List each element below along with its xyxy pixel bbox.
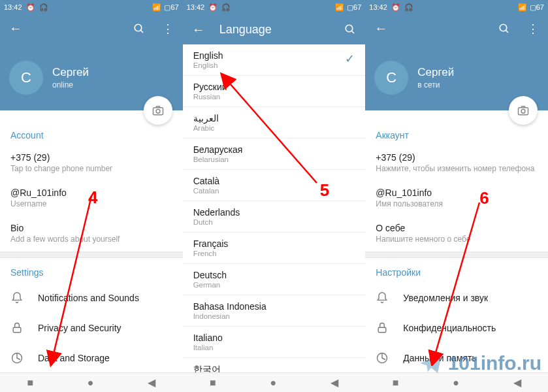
- signal-icon: 📶: [518, 3, 527, 12]
- content: Аккаунт +375 (29) Нажмите, чтобы изменит…: [365, 110, 548, 372]
- back-arrow-icon[interactable]: ←: [9, 21, 22, 36]
- status-time: 13:42: [4, 3, 22, 11]
- language-subtitle: Belarusian: [193, 155, 243, 163]
- language-row[interactable]: Bahasa IndonesiaIndonesian: [183, 295, 366, 327]
- language-name: Français: [193, 238, 229, 249]
- language-row[interactable]: CatalàCatalan: [183, 170, 366, 201]
- panel-settings-ru: 13:42 ⏰ 🎧 📶 ▢67 ← ⋮ С Сергей в сети: [365, 0, 548, 392]
- language-subtitle: Arabic: [193, 124, 219, 132]
- language-row[interactable]: NederlandsDutch: [183, 201, 366, 233]
- language-subtitle: Indonesian: [193, 312, 266, 320]
- bio-row[interactable]: Bio Add a few words about yourself: [0, 216, 183, 252]
- header-title: Language: [219, 23, 330, 37]
- check-icon: ✓: [345, 52, 355, 66]
- nav-home-icon[interactable]: ●: [88, 377, 94, 389]
- nav-back-icon[interactable]: ◀: [148, 376, 155, 389]
- camera-button[interactable]: [144, 96, 172, 125]
- signal-icon: 📶: [152, 3, 161, 12]
- status-time: 13:42: [369, 3, 387, 11]
- language-row[interactable]: FrançaisFrench: [183, 233, 366, 264]
- language-row[interactable]: БеларускаяBelarusian: [183, 139, 366, 170]
- language-subtitle: French: [193, 250, 229, 257]
- nav-recent-icon[interactable]: ■: [27, 377, 33, 389]
- language-subtitle: Russian: [193, 93, 227, 101]
- nav-back-icon[interactable]: ◀: [513, 376, 521, 389]
- back-arrow-icon[interactable]: ←: [192, 22, 205, 37]
- section-settings-label: Settings: [0, 258, 183, 283]
- camera-button[interactable]: [509, 96, 538, 125]
- telegram-icon: [418, 350, 444, 376]
- search-icon[interactable]: [498, 23, 510, 35]
- language-row[interactable]: ItalianoItalian: [183, 327, 366, 358]
- alarm-icon: ⏰: [208, 3, 218, 12]
- headphones-icon: 🎧: [39, 3, 48, 12]
- profile-name: Сергей: [52, 66, 89, 79]
- language-name: Bahasa Indonesia: [193, 301, 266, 312]
- lock-icon: [376, 321, 389, 335]
- battery-icon: ▢67: [530, 3, 544, 12]
- status-bar: 13:42 ⏰ 🎧 📶 ▢67: [365, 0, 548, 14]
- section-settings-label: Настройки: [365, 258, 548, 283]
- language-row[interactable]: РусскийRussian: [183, 76, 366, 107]
- bell-icon: [10, 291, 24, 304]
- setting-label: Уведомления и звук: [403, 293, 488, 303]
- more-icon[interactable]: ⋮: [527, 22, 539, 36]
- phone-row[interactable]: +375 (29) Нажмите, чтобы изменить номер …: [365, 146, 548, 181]
- nav-recent-icon[interactable]: ■: [210, 377, 216, 389]
- svg-rect-4: [13, 327, 21, 333]
- setting-row-data[interactable]: Data and Storage: [0, 343, 183, 372]
- setting-row-lock[interactable]: Privacy and Security: [0, 313, 183, 343]
- language-list: EnglishEnglish✓РусскийRussianالعربيةArab…: [183, 44, 366, 372]
- svg-point-15: [500, 24, 507, 31]
- search-icon[interactable]: [344, 24, 356, 35]
- setting-row-lock[interactable]: Конфиденциальность: [365, 313, 548, 343]
- bio-row[interactable]: О себе Напишите немного о себе: [365, 216, 548, 252]
- setting-row-bell[interactable]: Уведомления и звук: [365, 283, 548, 313]
- setting-label: Data and Storage: [38, 353, 110, 363]
- content: Account +375 (29) Tap to change phone nu…: [0, 110, 183, 372]
- language-row[interactable]: DeutschGerman: [183, 264, 366, 295]
- language-name: 한국어: [193, 364, 221, 372]
- nav-home-icon[interactable]: ●: [270, 377, 276, 389]
- svg-point-0: [135, 24, 142, 31]
- search-icon[interactable]: [133, 23, 145, 35]
- bell-icon: [376, 291, 389, 304]
- avatar[interactable]: С: [9, 61, 43, 95]
- svg-line-12: [352, 31, 355, 33]
- language-subtitle: Dutch: [193, 218, 240, 226]
- svg-point-18: [521, 109, 525, 113]
- language-row[interactable]: 한국어Korean: [183, 358, 366, 372]
- back-arrow-icon[interactable]: ←: [374, 21, 387, 36]
- language-name: Русский: [193, 82, 227, 92]
- battery-icon: ▢67: [347, 3, 361, 12]
- language-name: Deutsch: [193, 270, 227, 280]
- language-row[interactable]: العربيةArabic: [183, 107, 366, 139]
- signal-icon: 📶: [335, 3, 344, 12]
- language-name: Nederlands: [193, 207, 240, 218]
- language-name: Italiano: [193, 333, 223, 343]
- nav-recent-icon[interactable]: ■: [393, 377, 399, 389]
- username-row[interactable]: @Ru_101info Имя пользователя: [365, 181, 548, 216]
- profile-header: ← ⋮ С Сергей в сети: [365, 14, 548, 110]
- nav-back-icon[interactable]: ◀: [330, 376, 338, 389]
- language-subtitle: English: [193, 61, 223, 69]
- language-row[interactable]: EnglishEnglish✓: [183, 44, 366, 76]
- watermark: 101info.ru: [418, 350, 541, 376]
- alarm-icon: ⏰: [26, 3, 35, 12]
- nav-home-icon[interactable]: ●: [453, 377, 459, 389]
- language-header: ← Language: [183, 14, 366, 44]
- panel-settings-en: 13:42 ⏰ 🎧 📶 ▢67 ← ⋮ С Сергей online: [0, 0, 183, 392]
- step-number: 5: [320, 180, 329, 201]
- more-icon[interactable]: ⋮: [162, 22, 174, 36]
- svg-line-16: [506, 30, 508, 33]
- avatar[interactable]: С: [374, 61, 408, 95]
- phone-row[interactable]: +375 (29) Tap to change phone number: [0, 146, 183, 181]
- data-icon: [376, 351, 389, 365]
- battery-icon: ▢67: [164, 3, 178, 12]
- panel-language-list: 13:42 ⏰ 🎧 📶 ▢67 ← Language EnglishEnglis…: [183, 0, 366, 392]
- svg-line-1: [140, 30, 143, 33]
- setting-row-bell[interactable]: Notifications and Sounds: [0, 283, 183, 313]
- language-name: Català: [193, 176, 219, 186]
- nav-bar: ■ ● ◀: [0, 372, 183, 392]
- svg-point-11: [346, 25, 353, 32]
